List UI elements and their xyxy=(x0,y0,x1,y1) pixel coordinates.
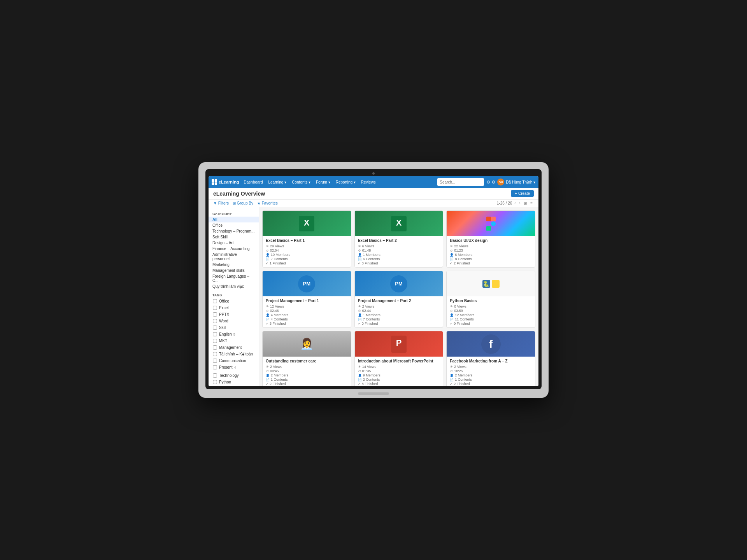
filters-btn[interactable]: ▼ Filters xyxy=(213,201,229,205)
sidebar-item-design[interactable]: Design – Art xyxy=(209,240,259,246)
course-grid: X Excel Basics – Part 1 👁29 Views ⏱02:04… xyxy=(262,210,535,386)
apps-icon[interactable]: ⚙ xyxy=(492,180,496,185)
course-meta-ppt: 👁14 Views ⏱01:35 👤9 Members 📄2 Contents … xyxy=(358,365,440,386)
course-title-figma: Basics UI/UX design xyxy=(450,238,532,243)
app-logo: eLearning xyxy=(212,179,239,185)
course-card-ppt[interactable]: P Introduction about Microsoft PowerPoin… xyxy=(354,331,444,386)
sidebar-item-languages[interactable]: Foreign Languages – C... xyxy=(209,273,259,284)
course-thumb-service: 👩‍💼 xyxy=(263,331,351,357)
sidebar-item-softskill[interactable]: Soft Skill xyxy=(209,234,259,240)
tag-python[interactable]: Python xyxy=(209,379,259,385)
course-card-pm1[interactable]: PM Project Management – Part 1 👁12 Views… xyxy=(262,271,351,328)
course-info-excel2: Excel Basics – Part 2 👁6 Views ⏱01:48 👤1… xyxy=(355,236,443,267)
course-meta-pm2: 👁2 Views ⏱02:44 👤1 Members 📄7 Contents ✔… xyxy=(358,304,440,326)
course-card-figma[interactable]: Basics UI/UX design 👁22 Views ⏱01:23 👤6 … xyxy=(446,210,535,268)
course-thumb-fb: f xyxy=(447,331,535,357)
group-by-btn[interactable]: ⊞ Group By xyxy=(233,201,253,205)
settings-icon[interactable]: ⚙ xyxy=(486,180,490,185)
logo-grid-icon xyxy=(212,179,217,185)
topbar-search xyxy=(437,178,484,186)
sidebar-item-management[interactable]: Management skills xyxy=(209,268,259,273)
course-thumb-python: 🐍 xyxy=(447,271,535,296)
nav-contents[interactable]: Contents ▾ xyxy=(289,179,313,185)
tag-mkt[interactable]: MKT xyxy=(209,338,259,344)
list-view-btn[interactable]: ≡ xyxy=(530,201,533,205)
svg-text:X: X xyxy=(396,217,402,227)
tag-word[interactable]: Word xyxy=(209,318,259,324)
nav-reporting[interactable]: Reporting ▾ xyxy=(333,179,358,185)
svg-rect-6 xyxy=(486,221,491,226)
course-card-python[interactable]: 🐍 Python Basics 👁0 Views ⏱03:59 👤12 Memb… xyxy=(446,271,535,328)
pagination-label: 1-26 / 26 xyxy=(497,201,512,205)
sidebar-item-marketing[interactable]: Marketing xyxy=(209,262,259,268)
course-meta-excel1: 👁29 Views ⏱02:04 👤10 Members 📄7 Contents… xyxy=(266,244,348,265)
grid-view-btn[interactable]: ⊞ xyxy=(524,201,527,205)
next-page-btn[interactable]: › xyxy=(519,201,520,205)
filter-bar: ▼ Filters ⊞ Group By ★ Favorites 1-26 / … xyxy=(209,200,538,207)
sidebar-item-admin[interactable]: Administrative personnel xyxy=(209,252,259,262)
course-card-excel2[interactable]: X Excel Basics – Part 2 👁6 Views ⏱01:48 … xyxy=(354,210,444,268)
sidebar-item-quy-trinh[interactable]: Quy trình làm việc xyxy=(209,284,259,289)
nav-dashboard[interactable]: Dashboard xyxy=(242,179,265,185)
tags-section-title: TAGS xyxy=(209,292,259,298)
filter-left: ▼ Filters ⊞ Group By ★ Favorites xyxy=(213,201,278,205)
favorites-btn[interactable]: ★ Favorites xyxy=(257,201,278,205)
course-meta-fb: 👁2 Views ⏱18:25 👤2 Members 📄1 Contents ✔… xyxy=(450,365,532,386)
search-input[interactable] xyxy=(437,178,484,186)
course-info-python: Python Basics 👁0 Views ⏱03:59 👤12 Member… xyxy=(447,296,535,327)
course-card-pm2[interactable]: PM Project Management – Part 2 👁2 Views … xyxy=(354,271,444,328)
camera-dot xyxy=(372,172,375,175)
course-title-service: Outstanding customer care xyxy=(266,359,348,364)
nav-forum[interactable]: Forum ▾ xyxy=(314,179,333,185)
tag-skill[interactable]: Skill xyxy=(209,324,259,331)
svg-rect-8 xyxy=(486,226,491,231)
user-name[interactable]: Đã Hùng Thịnh ▾ xyxy=(506,180,535,184)
sidebar-item-office[interactable]: Office xyxy=(209,222,259,228)
tag-technology[interactable]: Technology xyxy=(209,372,259,379)
screen: eLearning Dashboard Learning ▾ Contents … xyxy=(209,176,538,386)
content-area: X Excel Basics – Part 1 👁29 Views ⏱02:04… xyxy=(259,207,538,386)
nav-learning[interactable]: Learning ▾ xyxy=(266,179,289,185)
prev-page-btn[interactable]: ‹ xyxy=(514,201,516,205)
sidebar-item-finance[interactable]: Finance – Accounting xyxy=(209,246,259,252)
tag-tai-chinh[interactable]: Tài chính – Kế toán xyxy=(209,351,259,357)
page-title: eLearning Overview xyxy=(213,191,265,197)
tag-english[interactable]: English 5 xyxy=(209,331,259,338)
course-info-figma: Basics UI/UX design 👁22 Views ⏱01:23 👤6 … xyxy=(447,236,535,267)
course-meta-service: 👁2 Views ⏱00:45 👤2 Members 📄1 Contents ✔… xyxy=(266,365,348,386)
tag-present[interactable]: Present 4 xyxy=(209,364,259,371)
tag-excel[interactable]: Excel xyxy=(209,304,259,311)
laptop-bottom xyxy=(205,389,542,398)
sidebar-item-technology[interactable]: Technology – Program... xyxy=(209,228,259,234)
tag-pptx[interactable]: PPTX xyxy=(209,311,259,318)
course-meta-python: 👁0 Views ⏱03:59 👤12 Members 📄11 Contents… xyxy=(450,304,532,326)
course-info-ppt: Introduction about Microsoft PowerPoint … xyxy=(355,357,443,386)
user-avatar[interactable]: DH xyxy=(497,178,504,186)
course-thumb-excel1: X xyxy=(263,211,351,236)
svg-rect-5 xyxy=(491,217,496,221)
course-title-excel1: Excel Basics – Part 1 xyxy=(266,238,348,243)
tag-communication[interactable]: Communication xyxy=(209,357,259,364)
course-card-excel1[interactable]: X Excel Basics – Part 1 👁29 Views ⏱02:04… xyxy=(262,210,351,268)
course-thumb-figma xyxy=(447,211,535,236)
topbar: eLearning Dashboard Learning ▾ Contents … xyxy=(209,176,538,188)
course-title-ppt: Introduction about Microsoft PowerPoint xyxy=(358,359,440,364)
course-card-fb[interactable]: f Facebook Marketing from A – Z 👁2 Views… xyxy=(446,331,535,386)
app-name: eLearning xyxy=(219,180,239,184)
course-info-pm2: Project Management – Part 2 👁2 Views ⏱02… xyxy=(355,296,443,327)
course-card-service[interactable]: 👩‍💼 Outstanding customer care 👁2 Views ⏱… xyxy=(262,331,351,386)
tag-office[interactable]: Office xyxy=(209,298,259,304)
course-thumb-pm2: PM xyxy=(355,271,443,296)
page-header: eLearning Overview + Create xyxy=(209,188,538,200)
nav-reviews[interactable]: Reviews xyxy=(359,179,378,185)
course-thumb-pm1: PM xyxy=(263,271,351,296)
tag-ba[interactable]: BA xyxy=(209,385,259,386)
course-title-pm1: Project Management – Part 1 xyxy=(266,298,348,303)
create-button[interactable]: + Create xyxy=(511,190,534,197)
course-info-fb: Facebook Marketing from A – Z 👁2 Views ⏱… xyxy=(447,357,535,386)
course-meta-pm1: 👁12 Views ⏱02:46 👤4 Members 📄4 Contents … xyxy=(266,304,348,326)
course-title-fb: Facebook Marketing from A – Z xyxy=(450,359,532,364)
sidebar-item-all[interactable]: All xyxy=(209,217,259,222)
main-layout: CATEGORY All Office Technology – Program… xyxy=(209,207,538,386)
tag-management[interactable]: Management xyxy=(209,344,259,351)
